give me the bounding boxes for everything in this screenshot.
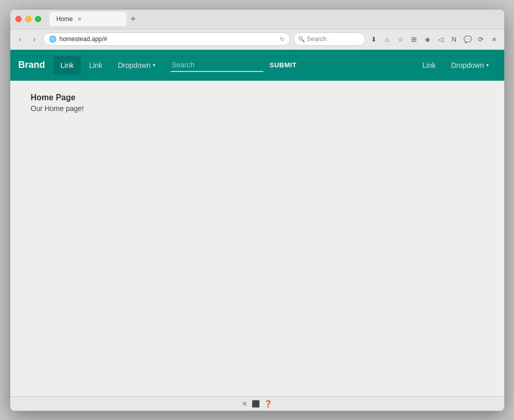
page-title: Home Page (31, 93, 484, 102)
navbar-right-dropdown[interactable]: Dropdown (444, 56, 496, 75)
back-button[interactable]: ‹ (14, 33, 26, 45)
navbar: Brand Link Link Dropdown SUBMIT Link Dro… (10, 50, 504, 81)
title-bar: Home ✕ + (10, 10, 504, 29)
notes-icon[interactable]: N (449, 33, 460, 45)
navbar-dropdown-1[interactable]: Dropdown (111, 56, 163, 75)
navbar-submit-button[interactable]: SUBMIT (268, 58, 299, 72)
share-icon[interactable]: ⊞ (409, 33, 420, 45)
new-tab-button[interactable]: + (129, 14, 138, 24)
tab-close-icon[interactable]: ✕ (77, 16, 82, 23)
browser-bottom-bar: ✕ ⬛ ❓ (10, 396, 504, 411)
navbar-brand[interactable]: Brand (19, 60, 45, 70)
reader-icon[interactable]: ◁ (435, 33, 447, 45)
pocket-icon[interactable]: ◈ (422, 33, 433, 45)
traffic-lights (15, 16, 41, 22)
navbar-search-area: SUBMIT (171, 58, 299, 72)
page-content: Home Page Our Home page! (10, 81, 504, 396)
home-icon[interactable]: ⌂ (382, 33, 393, 45)
forward-button[interactable]: › (29, 33, 40, 45)
navbar-right-links: Link Dropdown (415, 56, 496, 75)
tab-title: Home (57, 15, 73, 23)
toolbar-icons: ⬇ ⌂ ☆ ⊞ ◈ ◁ N 💬 ⟳ ≡ (368, 33, 500, 45)
search-icon: 🔍 (298, 36, 305, 43)
download-icon[interactable]: ⬇ (368, 33, 380, 45)
url-bar[interactable]: 🌐 homestead.app/# ↻ (43, 32, 290, 46)
maximize-button[interactable] (35, 16, 41, 22)
nav-right-link[interactable]: Link (415, 56, 443, 75)
address-bar: ‹ › 🌐 homestead.app/# ↻ 🔍 Search ⬇ ⌂ ☆ ⊞… (10, 29, 504, 50)
navbar-left-links: Link Link Dropdown (54, 56, 163, 75)
close-button[interactable] (15, 16, 22, 22)
menu-icon[interactable]: ≡ (489, 33, 500, 45)
nav-link-1[interactable]: Link (54, 56, 81, 75)
page-subtitle: Our Home page! (31, 104, 484, 113)
bottom-icon-3: ❓ (264, 400, 272, 408)
bottom-icon-1: ✕ (242, 400, 247, 408)
minimize-button[interactable] (25, 16, 31, 22)
forward-icon: › (33, 35, 36, 43)
chat-icon[interactable]: 💬 (462, 33, 473, 45)
back-icon: ‹ (19, 35, 21, 43)
star-icon[interactable]: ☆ (395, 33, 406, 45)
url-text: homestead.app/# (60, 35, 277, 43)
browser-window: Home ✕ + ‹ › 🌐 homestead.app/# ↻ 🔍 Searc… (10, 10, 504, 411)
bottom-icon-2: ⬛ (252, 400, 260, 408)
tab-bar: Home ✕ + (49, 12, 499, 26)
browser-search-placeholder: Search (307, 35, 327, 43)
reload-icon[interactable]: ↻ (280, 36, 285, 43)
nav-link-2[interactable]: Link (82, 56, 110, 75)
globe-icon: 🌐 (49, 35, 57, 43)
browser-tab[interactable]: Home ✕ (49, 12, 127, 26)
navbar-search-input[interactable] (171, 59, 263, 72)
browser-search-bar[interactable]: 🔍 Search (293, 32, 365, 46)
sync-icon[interactable]: ⟳ (475, 33, 487, 45)
